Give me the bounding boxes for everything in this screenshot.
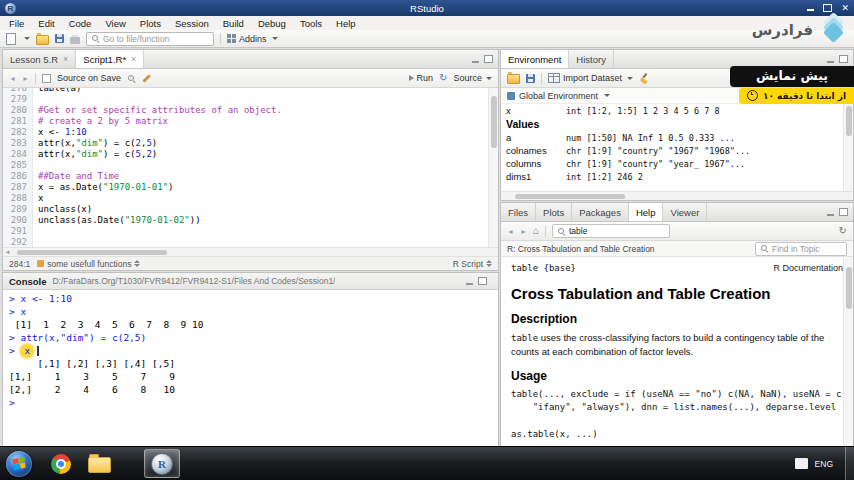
find-icon[interactable]	[127, 74, 136, 83]
forward-icon[interactable]: ►	[22, 75, 29, 82]
pane-maximize-icon[interactable]	[484, 55, 493, 63]
code-line[interactable]: 279	[3, 94, 498, 105]
code-line[interactable]: 280#Get or set specific attributes of an…	[3, 105, 498, 116]
tab-environment[interactable]: Environment	[501, 50, 569, 68]
close-icon[interactable]: ✕	[841, 4, 849, 13]
preview-badge-subtitle: از ابتدا تا دقیقه ۱۰	[739, 88, 854, 104]
forward-icon[interactable]: ►	[520, 228, 527, 235]
environment-vertical-scrollbar[interactable]	[843, 104, 853, 191]
scroll-left-icon[interactable]: ◄	[3, 248, 12, 256]
env-object-row[interactable]: colnameschr [1:9] "country" "1967" "1968…	[501, 144, 853, 157]
clear-objects-icon[interactable]	[639, 73, 649, 83]
tab-close-icon[interactable]: ×	[63, 54, 68, 64]
code-line[interactable]: 288x	[3, 193, 498, 204]
pane-maximize-icon[interactable]	[478, 277, 487, 285]
file-type-menu[interactable]: R Script	[453, 259, 492, 269]
load-workspace-icon[interactable]	[507, 74, 520, 84]
tab-viewer[interactable]: Viewer	[663, 203, 707, 221]
menu-debug[interactable]: Debug	[251, 18, 293, 29]
source-on-save-checkbox[interactable]	[42, 74, 51, 83]
help-vertical-scrollbar[interactable]	[843, 257, 853, 446]
pane-minimize-icon[interactable]	[466, 283, 473, 285]
language-indicator[interactable]: ENG	[815, 459, 833, 469]
start-button[interactable]	[6, 451, 32, 477]
refresh-icon[interactable]: ↻	[839, 226, 847, 236]
back-icon[interactable]: ◄	[507, 228, 514, 235]
home-icon[interactable]: ⌂	[533, 226, 539, 236]
environment-horizontal-scrollbar[interactable]	[501, 191, 853, 200]
menu-file[interactable]: File	[2, 18, 31, 29]
tab-packages[interactable]: Packages	[572, 203, 629, 221]
save-workspace-icon[interactable]	[526, 74, 535, 83]
tab-plots[interactable]: Plots	[536, 203, 572, 221]
new-file-icon[interactable]	[6, 33, 16, 45]
menu-build[interactable]: Build	[216, 18, 251, 29]
pane-minimize-icon[interactable]	[827, 214, 834, 216]
code-line[interactable]: 291	[3, 226, 498, 237]
tab-help[interactable]: Help	[629, 203, 664, 221]
code-line[interactable]: 289unclass(x)	[3, 204, 498, 215]
menu-session[interactable]: Session	[168, 18, 216, 29]
line-number: 284	[3, 149, 33, 160]
save-icon[interactable]	[55, 34, 64, 43]
goto-file-input[interactable]: Go to file/function	[86, 32, 214, 46]
code-tools-icon[interactable]	[142, 74, 150, 82]
find-in-topic-input[interactable]: Find in Topic	[755, 242, 847, 256]
code-editor[interactable]: 278table(a)279280#Get or set specific at…	[3, 88, 498, 247]
pane-minimize-icon[interactable]	[827, 61, 834, 63]
code-line[interactable]: 292	[3, 237, 498, 247]
taskbar-rstudio-button[interactable]: R	[144, 449, 180, 478]
editor-tab-lesson-5-r[interactable]: Lesson 5.R×	[3, 50, 76, 68]
run-button[interactable]: Run	[409, 73, 434, 83]
open-file-icon[interactable]	[36, 35, 49, 45]
menu-code[interactable]: Code	[62, 18, 99, 29]
tab-history[interactable]: History	[569, 50, 614, 68]
menu-help[interactable]: Help	[329, 18, 363, 29]
menu-edit[interactable]: Edit	[31, 18, 61, 29]
help-document[interactable]: table {base} R Documentation Cross Tabul…	[501, 257, 853, 446]
env-object-row[interactable]: anum [1:50] NA Inf 1 0.5 0.333 ...	[501, 131, 853, 144]
env-object-row[interactable]: xint [1:2, 1:5] 1 2 3 4 5 6 7 8	[501, 104, 853, 117]
code-line[interactable]: 283attr(x,"dim") = c(2,5)	[3, 138, 498, 149]
rerun-icon[interactable]: ↻	[439, 73, 447, 83]
environment-scope-selector[interactable]: Global Environment	[519, 91, 598, 101]
env-object-row[interactable]: dims1int [1:2] 246 2	[501, 170, 853, 183]
env-object-row[interactable]: columnschr [1:9] "country" "year_ 1967".…	[501, 157, 853, 170]
line-number: 289	[3, 204, 33, 215]
code-line[interactable]: 282x <- 1:10	[3, 127, 498, 138]
scope-caret-icon[interactable]	[604, 94, 610, 97]
code-line[interactable]: 287x = as.Date("1970-01-01")	[3, 182, 498, 193]
help-search-input[interactable]: table	[552, 224, 670, 238]
import-dataset-button[interactable]: Import Dataset	[548, 73, 633, 83]
taskbar-explorer-button[interactable]	[82, 450, 116, 477]
pane-maximize-icon[interactable]	[839, 55, 848, 63]
pane-minimize-icon[interactable]	[472, 61, 479, 63]
pane-maximize-icon[interactable]	[839, 208, 848, 216]
tab-files[interactable]: Files	[501, 203, 536, 221]
source-button[interactable]: Source	[453, 73, 492, 83]
editor-tab-script1-r[interactable]: Script1.R*×	[76, 50, 144, 68]
print-icon[interactable]	[70, 37, 80, 44]
code-line[interactable]: 284attr(x,"dim") = c(5,2)	[3, 149, 498, 160]
taskbar-chrome-button[interactable]	[44, 450, 78, 477]
function-context-menu[interactable]: some usefull functions	[37, 259, 140, 269]
maximize-icon[interactable]	[823, 4, 832, 12]
console-output[interactable]: > x <- 1:10> x [1] 1 2 3 4 5 6 7 8 9 10>…	[3, 290, 498, 446]
back-icon[interactable]: ◄	[9, 75, 16, 82]
show-desktop-button[interactable]	[845, 447, 854, 480]
env-var-name: x	[506, 105, 566, 116]
addins-button[interactable]: Addins	[227, 34, 278, 44]
menu-view[interactable]: View	[98, 18, 132, 29]
code-line[interactable]: 290unclass(as.Date("1970-01-02"))	[3, 215, 498, 226]
code-line[interactable]: 286##Date and Time	[3, 171, 498, 182]
input-indicator-icon[interactable]	[795, 458, 808, 469]
editor-horizontal-scrollbar[interactable]: ◄	[3, 247, 498, 256]
minimize-icon[interactable]	[807, 9, 814, 11]
code-line[interactable]: 285	[3, 160, 498, 171]
menu-tools[interactable]: Tools	[293, 18, 329, 29]
code-line[interactable]: 281# create a 2 by 5 matrix	[3, 116, 498, 127]
menu-plots[interactable]: Plots	[133, 18, 168, 29]
tab-close-icon[interactable]: ×	[131, 54, 136, 64]
editor-vertical-scrollbar[interactable]	[488, 88, 498, 247]
new-file-caret-icon[interactable]	[24, 37, 30, 40]
